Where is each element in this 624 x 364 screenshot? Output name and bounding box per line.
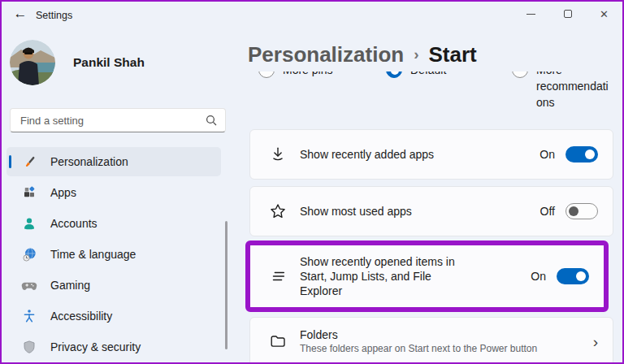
setting-title: Show recently opened items in Start, Jum… (300, 254, 462, 298)
sidebar-item-gaming[interactable]: Gaming (6, 271, 221, 300)
sidebar-item-label: Personalization (50, 155, 128, 168)
highlight-box: Show recently opened items in Start, Jum… (245, 240, 609, 312)
jump-list-icon (268, 266, 288, 286)
toggle-recently-opened-items[interactable] (557, 268, 589, 284)
shield-icon (21, 339, 37, 355)
maximize-icon (564, 10, 572, 18)
settings-window: ← Settings ✕ (0, 0, 624, 364)
close-button[interactable]: ✕ (586, 2, 622, 26)
maximize-button[interactable] (549, 2, 586, 26)
download-icon (268, 145, 288, 164)
breadcrumb-current: Start (428, 42, 476, 67)
sidebar-item-apps[interactable]: Apps (6, 178, 221, 207)
back-button[interactable]: ← (8, 3, 32, 24)
search-icon[interactable] (206, 115, 217, 126)
sidebar-item-time-language[interactable]: Time & language (6, 240, 221, 269)
radio-icon[interactable] (258, 72, 275, 78)
sidebar-item-label: Apps (50, 186, 76, 199)
minimize-icon (526, 14, 535, 15)
sidebar-item-label: Gaming (50, 279, 90, 292)
breadcrumb: Personalization›Start (248, 42, 477, 67)
layout-option-default[interactable]: Default (386, 72, 446, 78)
sidebar-nav: Personalization Apps Accounts (6, 147, 221, 363)
star-icon (268, 202, 288, 221)
sidebar-item-label: Accessibility (50, 310, 112, 323)
profile-section[interactable]: Pankil Shah (10, 39, 229, 86)
toggle-state-label: On (540, 148, 555, 161)
close-icon: ✕ (600, 9, 609, 20)
search-box (10, 108, 226, 132)
breadcrumb-separator-icon: › (414, 46, 418, 63)
apps-icon (21, 184, 37, 201)
accounts-icon (21, 215, 37, 232)
setting-title: Folders (300, 328, 537, 341)
titlebar: ← Settings ✕ (0, 0, 624, 29)
window-controls: ✕ (513, 2, 622, 26)
setting-row-folders[interactable]: Folders These folders appear on Start ne… (249, 317, 613, 364)
layout-option-more-pins[interactable]: More pins (258, 72, 332, 78)
layout-option-more-recommendations[interactable]: More recommendations (512, 72, 612, 110)
setting-row-recently-added-apps[interactable]: Show recently added apps On (249, 129, 613, 180)
radio-checked-icon[interactable] (386, 72, 402, 78)
toggle-most-used-apps[interactable] (566, 203, 598, 219)
window-title: Settings (36, 10, 72, 21)
time-language-icon (21, 246, 37, 262)
accessibility-icon (21, 308, 37, 324)
sidebar-item-accessibility[interactable]: Accessibility (6, 301, 221, 331)
radio-icon[interactable] (512, 72, 528, 78)
search-input[interactable] (11, 115, 206, 127)
sidebar-scrollbar[interactable] (225, 221, 228, 349)
setting-row-most-used-apps[interactable]: Show most used apps Off (249, 186, 613, 236)
settings-scroll-area: More pins Default More recommendations S… (238, 72, 624, 364)
setting-subtitle: These folders appear on Start next to th… (300, 343, 537, 354)
profile-name: Pankil Shah (73, 55, 145, 70)
gaming-icon (21, 277, 37, 293)
sidebar-item-label: Privacy & security (50, 340, 141, 353)
toggle-state-label: Off (540, 205, 555, 218)
avatar (10, 40, 55, 85)
sidebar-item-label: Accounts (50, 217, 98, 230)
sidebar-item-label: Time & language (50, 248, 136, 261)
folder-icon (268, 332, 288, 351)
sidebar-item-privacy-security[interactable]: Privacy & security (6, 332, 221, 362)
minimize-button[interactable] (513, 2, 549, 26)
toggle-recently-added-apps[interactable] (566, 146, 598, 162)
sidebar-item-personalization[interactable]: Personalization (6, 147, 221, 176)
setting-title: Show recently added apps (300, 148, 434, 161)
setting-row-recently-opened-items[interactable]: Show recently opened items in Start, Jum… (250, 245, 604, 307)
setting-title: Show most used apps (300, 205, 412, 218)
sidebar-item-accounts[interactable]: Accounts (6, 209, 221, 238)
breadcrumb-parent[interactable]: Personalization (248, 42, 404, 67)
personalization-icon (21, 154, 37, 170)
toggle-state-label: On (531, 270, 546, 283)
chevron-right-icon: › (593, 334, 598, 349)
